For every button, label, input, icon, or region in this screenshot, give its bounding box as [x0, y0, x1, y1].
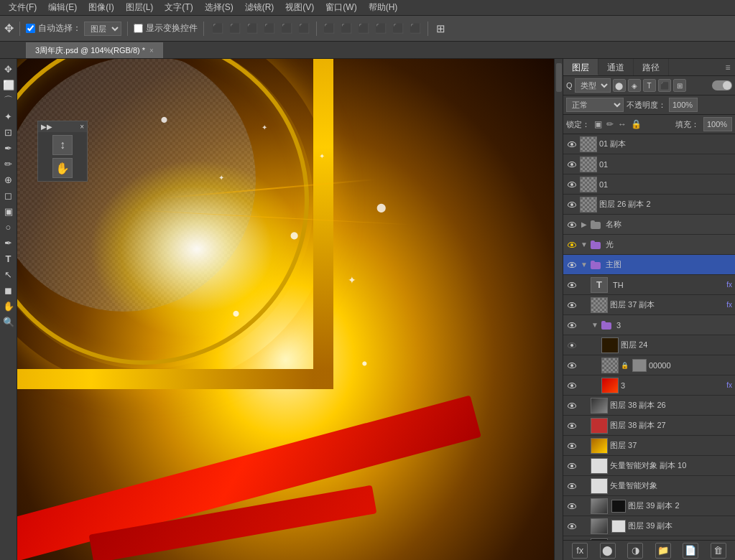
layer-row[interactable]: 图层 39 副本: [563, 516, 735, 536]
layer-visibility-toggle[interactable]: [566, 340, 578, 351]
small-panel-close[interactable]: ×: [80, 123, 84, 131]
layer-visibility-toggle[interactable]: [566, 139, 578, 150]
layer-visibility-toggle[interactable]: [566, 239, 578, 251]
menu-file[interactable]: 文件(F): [3, 0, 42, 15]
layer-row[interactable]: T TH fx: [563, 275, 735, 295]
filter-smart-icon[interactable]: ⊞: [673, 79, 686, 92]
dodge-tool[interactable]: ○: [1, 220, 16, 234]
blend-mode-select[interactable]: 正常: [566, 98, 624, 112]
small-tool-1[interactable]: ↕: [52, 135, 73, 155]
layer-visibility-toggle[interactable]: [566, 400, 578, 411]
layer-select[interactable]: 图层: [84, 22, 121, 36]
shape-tool[interactable]: ◼: [1, 283, 16, 297]
layer-visibility-toggle[interactable]: [566, 159, 578, 170]
layers-list[interactable]: 01 副本 01 01 图层 26 副本 2: [563, 134, 735, 540]
menu-type[interactable]: 文字(T): [159, 0, 198, 15]
align-top-icon[interactable]: ⬛: [262, 21, 277, 37]
pen-tool[interactable]: ✒: [1, 235, 16, 250]
layer-row[interactable]: 图层 38 副本 26: [563, 396, 735, 416]
filter-type-select[interactable]: 类型: [575, 78, 611, 93]
tab-channels[interactable]: 通道: [598, 59, 634, 75]
layer-group-row[interactable]: ▶ 名称: [563, 215, 735, 235]
text-tool[interactable]: T: [1, 251, 16, 266]
layer-row[interactable]: 图层 26 副本 2: [563, 195, 735, 215]
layer-visibility-toggle[interactable]: [566, 521, 578, 532]
new-adjustment-button[interactable]: ◑: [627, 543, 643, 559]
layer-visibility-toggle[interactable]: [566, 480, 578, 492]
new-layer-button[interactable]: 📄: [683, 543, 698, 559]
group-expand-arrow[interactable]: ▼: [580, 241, 588, 249]
document-tab[interactable]: 3周年庆.psd @ 104%(RGB/8) * ×: [26, 42, 163, 58]
layer-row[interactable]: 图层 37 副本 fx: [563, 295, 735, 315]
menu-edit[interactable]: 编辑(E): [42, 0, 83, 15]
align-left-icon[interactable]: ⬛: [210, 21, 226, 37]
panel-collapse-handle[interactable]: [556, 63, 562, 92]
distribute-top-icon[interactable]: ⬛: [373, 21, 389, 37]
clone-tool[interactable]: ⊕: [1, 172, 16, 187]
hand-tool[interactable]: ✋: [1, 299, 16, 313]
layer-group-row[interactable]: ▼ 光: [563, 235, 735, 255]
layer-row[interactable]: 图层 37: [563, 436, 735, 456]
layer-visibility-toggle[interactable]: [566, 360, 578, 371]
marquee-tool[interactable]: ⬜: [1, 78, 16, 92]
layer-visibility-toggle[interactable]: [566, 420, 578, 431]
layer-visibility-toggle[interactable]: [566, 219, 578, 230]
menu-image[interactable]: 图像(I): [83, 0, 119, 15]
lock-move-icon[interactable]: ↔: [618, 119, 627, 129]
layer-row[interactable]: 🔒 00000: [563, 355, 735, 375]
layer-visibility-toggle[interactable]: [566, 259, 578, 271]
layer-visibility-toggle[interactable]: [566, 460, 578, 472]
layer-visibility-toggle[interactable]: [566, 299, 578, 311]
filter-shape-icon[interactable]: ⬛: [658, 79, 671, 92]
canvas-area[interactable]: ✦ ✦ ✦ ✦ ⬤ ⬤ ⬤ ⬤ ⬤ ▶▶ × ↕ ✋: [17, 59, 554, 560]
lock-all-icon[interactable]: 🔒: [631, 119, 642, 129]
layer-visibility-toggle[interactable]: [566, 199, 578, 210]
fill-input[interactable]: [703, 117, 732, 131]
layer-group-row[interactable]: ▼ 主图: [563, 255, 735, 275]
menu-select[interactable]: 选择(S): [199, 0, 239, 15]
tab-paths[interactable]: 路径: [634, 59, 669, 75]
align-right-icon[interactable]: ⬛: [244, 21, 260, 37]
move-tool[interactable]: ✥: [1, 62, 16, 76]
crop-tool[interactable]: ⊡: [1, 125, 16, 139]
layer-row[interactable]: 矢量智能对象 副本 10: [563, 456, 735, 476]
align-bottom-icon[interactable]: ⬛: [296, 21, 312, 37]
distribute-bottom-icon[interactable]: ⬛: [407, 21, 423, 37]
panel-menu-icon[interactable]: ≡: [721, 59, 735, 76]
group-expand-arrow[interactable]: ▼: [580, 261, 588, 269]
layer-row[interactable]: 图层 39 副本 2: [563, 496, 735, 516]
menu-layer[interactable]: 图层(L): [120, 0, 160, 15]
add-mask-button[interactable]: ⬤: [600, 543, 616, 559]
layer-row[interactable]: 01 副本: [563, 134, 735, 154]
lasso-tool[interactable]: ⌒: [1, 93, 16, 108]
zoom-tool[interactable]: 🔍: [1, 314, 16, 329]
eraser-tool[interactable]: ◻: [1, 188, 16, 202]
layer-visibility-toggle[interactable]: [566, 319, 578, 331]
distribute-left-icon[interactable]: ⬛: [321, 21, 337, 37]
tab-layers[interactable]: 图层: [563, 59, 598, 75]
layer-visibility-toggle[interactable]: [566, 380, 578, 391]
lock-brush-icon[interactable]: ✏: [606, 119, 614, 129]
show-transform-checkbox[interactable]: 显示变换控件: [134, 22, 198, 34]
layer-row[interactable]: 图层 24: [563, 335, 735, 355]
tab-close-button[interactable]: ×: [149, 47, 154, 55]
brush-tool[interactable]: ✏: [1, 157, 16, 171]
align-center-h-icon[interactable]: ⬛: [227, 21, 243, 37]
layer-visibility-toggle[interactable]: [566, 500, 578, 512]
gradient-tool[interactable]: ▣: [1, 204, 16, 218]
arrange-icon[interactable]: ⊞: [433, 21, 448, 37]
menu-view[interactable]: 视图(V): [279, 0, 320, 15]
layer-visibility-toggle[interactable]: [566, 440, 578, 452]
small-tool-2[interactable]: ✋: [52, 158, 73, 178]
filter-type-icon[interactable]: T: [643, 79, 656, 92]
layer-row[interactable]: 01: [563, 154, 735, 174]
distribute-right-icon[interactable]: ⬛: [356, 21, 371, 37]
layer-row[interactable]: 矢量智能对象: [563, 476, 735, 496]
menu-help[interactable]: 帮助(H): [363, 0, 404, 15]
layer-group-row[interactable]: ▼ 3: [563, 315, 735, 335]
layer-row[interactable]: 01: [563, 174, 735, 195]
delete-layer-button[interactable]: 🗑: [711, 543, 726, 559]
lock-checkerboard-icon[interactable]: ▣: [594, 119, 602, 129]
menu-filter[interactable]: 滤镜(R): [239, 0, 280, 15]
distribute-center-h-icon[interactable]: ⬛: [338, 21, 354, 37]
